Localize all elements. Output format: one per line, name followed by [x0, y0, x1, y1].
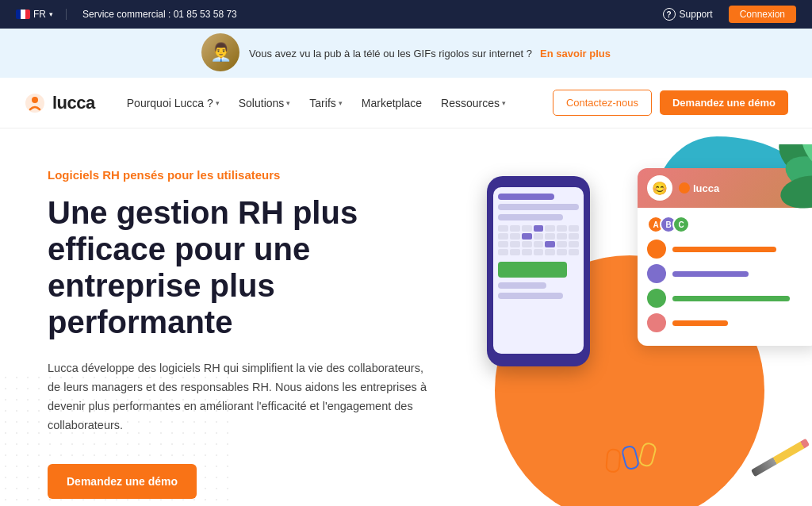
logo-icon [24, 92, 46, 114]
paperclip-orange [605, 448, 622, 473]
nav-actions: Contactez-nous Demandez une démo [553, 90, 788, 116]
lang-label: FR [33, 9, 46, 20]
chevron-down-icon: ▾ [502, 99, 506, 107]
support-label: Support [680, 9, 713, 20]
nav-item-ressources[interactable]: Ressources ▾ [433, 90, 514, 116]
progress-bar [672, 247, 776, 252]
nav-label-tarifs: Tarifs [309, 97, 335, 109]
bar-wrapper [672, 247, 810, 252]
phone-row [498, 214, 563, 220]
phone-calendar [498, 225, 579, 255]
bar-wrapper [672, 271, 810, 277]
dashboard-row [647, 240, 810, 259]
green-leaf-decoration [725, 144, 812, 232]
promo-link[interactable]: En savoir plus [540, 48, 611, 59]
nav-item-pourquoi[interactable]: Pourquoi Lucca ? ▾ [119, 90, 228, 116]
progress-bar [672, 271, 749, 277]
logo-text: lucca [52, 93, 95, 113]
chevron-down-icon: ▾ [49, 10, 53, 18]
service-phone: Service commercial : 01 85 53 58 73 [82, 9, 237, 20]
promo-text: Vous avez vu la pub à la télé ou les GIF… [249, 48, 532, 59]
help-icon: ? [663, 8, 676, 21]
promo-banner: 👨‍💼 Vous avez vu la pub à la télé ou les… [0, 29, 812, 78]
contact-button[interactable]: Contactez-nous [553, 90, 652, 116]
nav-label-marketplace: Marketplace [362, 97, 422, 109]
row-avatar [647, 264, 666, 283]
nav-label-ressources: Ressources [441, 97, 500, 109]
phone-bar [498, 262, 567, 278]
svg-point-1 [32, 97, 38, 103]
hero-subtitle: Logiciels RH pensés pour les utilisateur… [48, 168, 460, 182]
login-button[interactable]: Connexion [729, 6, 796, 23]
navbar-demo-button[interactable]: Demandez une démo [660, 90, 788, 115]
chevron-down-icon: ▾ [216, 99, 220, 107]
hero-description: Lucca développe des logiciels RH qui sim… [48, 359, 428, 435]
nav-links: Pourquoi Lucca ? ▾ Solutions ▾ Tarifs ▾ … [119, 90, 553, 116]
dashboard-brand-label: lucca [693, 182, 719, 194]
phone-row [498, 293, 563, 299]
progress-bar [672, 320, 728, 326]
nav-item-marketplace[interactable]: Marketplace [354, 90, 430, 116]
paperclip-yellow [638, 441, 657, 468]
pencil-decoration [751, 439, 810, 477]
phone-row [498, 194, 554, 200]
lang-selector[interactable]: FR ▾ [16, 9, 67, 20]
nav-label-pourquoi: Pourquoi Lucca ? [127, 97, 213, 109]
hero-content: Logiciels RH pensés pour les utilisateur… [48, 168, 460, 499]
main-navbar: lucca Pourquoi Lucca ? ▾ Solutions ▾ Tar… [0, 78, 812, 128]
lucca-brand-icon [679, 182, 690, 194]
chevron-down-icon: ▾ [286, 99, 290, 107]
dashboard-avatar: 😊 [647, 175, 672, 201]
row-avatar [647, 313, 666, 332]
bar-wrapper [672, 296, 810, 301]
topbar: FR ▾ Service commercial : 01 85 53 58 73… [0, 0, 812, 29]
hero-section: Logiciels RH pensés pour les utilisateur… [0, 128, 812, 506]
dashboard-row [647, 289, 810, 308]
nav-item-solutions[interactable]: Solutions ▾ [231, 90, 299, 116]
hero-illustration: 😊 lucca A B C [447, 144, 812, 477]
bar-wrapper [672, 320, 810, 326]
hero-demo-button[interactable]: Demandez une démo [48, 464, 197, 499]
leaf-icon [725, 144, 812, 232]
paperclip-blue [620, 444, 640, 471]
logo[interactable]: lucca [24, 92, 95, 114]
nav-item-tarifs[interactable]: Tarifs ▾ [301, 90, 350, 116]
phone-mockup [487, 176, 590, 366]
support-link[interactable]: ? Support [663, 8, 713, 21]
row-avatar [647, 240, 666, 259]
row-avatar [647, 289, 666, 308]
progress-bar [672, 296, 790, 301]
nav-label-solutions: Solutions [239, 97, 285, 109]
avatar: C [672, 216, 690, 233]
chevron-down-icon: ▾ [339, 99, 343, 107]
phone-screen [493, 187, 584, 354]
phone-row [498, 282, 546, 289]
hero-title: Une gestion RH plus efficace pour une en… [48, 194, 460, 340]
avatar-image: 👨‍💼 [201, 33, 239, 71]
dashboard-row [647, 313, 810, 332]
phone-row [498, 204, 579, 210]
flag-icon [16, 10, 30, 19]
promo-avatar: 👨‍💼 [201, 33, 241, 73]
dashboard-row [647, 264, 810, 283]
